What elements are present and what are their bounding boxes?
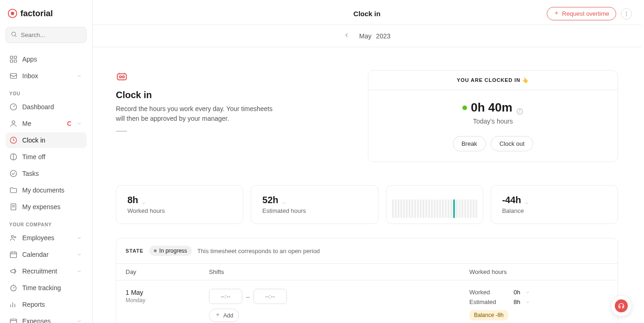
nav-label: Employees (22, 234, 72, 242)
chevron-down-icon (76, 235, 83, 241)
period-year: 2023 (376, 32, 391, 40)
more-button[interactable] (621, 8, 632, 19)
nav-tasks[interactable]: Tasks (6, 166, 87, 181)
row-date: 1 May (126, 289, 209, 296)
table-row: 1 May Monday – Add Worke (116, 280, 618, 323)
svg-line-3 (15, 36, 17, 37)
balance-badge: Balance -8h (469, 310, 508, 320)
info-icon[interactable] (516, 104, 524, 112)
nav-label: My expenses (22, 203, 83, 211)
search-input[interactable]: ⌘K (6, 27, 87, 43)
add-shift-button[interactable]: Add (209, 309, 239, 322)
logo-icon (7, 8, 18, 19)
check-icon (9, 169, 18, 178)
stat-estimated[interactable]: 52h Estimated hours (251, 185, 378, 224)
clock-hero-icon (116, 70, 128, 82)
stat-value: 8h (127, 195, 138, 205)
chevron-down-icon (281, 198, 287, 203)
umbrella-icon (9, 153, 18, 161)
calendar-icon (9, 250, 18, 259)
folder-icon (9, 186, 18, 194)
chevron-down-icon[interactable] (525, 290, 530, 295)
nav-label: Dashboard (22, 103, 83, 111)
nav-clock-in[interactable]: Clock in (6, 132, 87, 148)
headset-icon (615, 299, 628, 312)
svg-point-13 (10, 170, 17, 177)
stat-label: Worked hours (127, 207, 232, 214)
search-field[interactable] (21, 31, 93, 38)
nav-employees[interactable]: Employees (6, 230, 87, 246)
shift-end-input[interactable] (253, 289, 287, 304)
svg-rect-5 (14, 56, 17, 58)
user-icon (9, 119, 18, 128)
svg-rect-19 (10, 252, 17, 258)
plus-icon (554, 10, 559, 17)
chevron-down-icon (524, 198, 530, 203)
nav-me[interactable]: Me (6, 116, 87, 131)
card-icon (9, 317, 18, 323)
nav-time-off[interactable]: Time off (6, 149, 87, 165)
stat-value: -44h (502, 195, 521, 205)
nav-my-expenses[interactable]: My expenses (6, 199, 87, 215)
nav-label: My documents (22, 186, 83, 194)
main: Clock in Request overtime May 2023 Clock… (93, 3, 641, 323)
col-shifts: Shifts (209, 268, 469, 275)
chart-icon (9, 300, 18, 309)
svg-point-46 (519, 110, 520, 110)
nav-reports[interactable]: Reports (6, 297, 87, 312)
shift-start-input[interactable] (209, 289, 242, 304)
nav-label: Apps (22, 56, 83, 63)
nav-label: Tasks (22, 170, 83, 177)
chevron-down-icon[interactable] (525, 299, 530, 305)
svg-point-38 (626, 15, 627, 16)
page-title: Clock in (354, 10, 380, 18)
nav-time-tracking[interactable]: Time tracking (6, 280, 87, 296)
stat-balance[interactable]: -44h Balance (491, 185, 618, 224)
svg-point-36 (626, 12, 627, 12)
state-label: STATE (126, 248, 144, 254)
nav-recruitment[interactable]: Recruitment (6, 263, 87, 279)
chevron-down-icon (76, 318, 83, 323)
button-label: Request overtime (562, 10, 609, 17)
topbar: Clock in Request overtime (93, 3, 641, 25)
svg-point-18 (14, 236, 16, 238)
nav-my-documents[interactable]: My documents (6, 182, 87, 198)
chevron-down-icon (76, 73, 83, 79)
svg-point-41 (122, 76, 124, 78)
clock-out-button[interactable]: Clock out (491, 136, 533, 151)
dash: – (246, 293, 250, 300)
prev-month-button[interactable] (343, 32, 350, 40)
nav-expenses[interactable]: Expenses (6, 313, 87, 323)
period-month: May (359, 32, 371, 40)
nav-inbox[interactable]: Inbox (6, 68, 87, 84)
status-sub: Today's hours (379, 118, 607, 125)
svg-rect-7 (14, 60, 17, 62)
chevron-down-icon (76, 120, 83, 127)
nav-label: Inbox (22, 72, 72, 80)
receipt-icon (9, 203, 18, 211)
nav-label: Recruitment (22, 267, 72, 275)
help-button[interactable] (611, 295, 632, 317)
chevron-down-icon (141, 198, 146, 203)
logo[interactable]: factorial (6, 8, 87, 19)
break-button[interactable]: Break (453, 136, 486, 151)
stopwatch-icon (9, 284, 18, 292)
nav-apps[interactable]: Apps (6, 51, 87, 67)
stat-worked[interactable]: 8h Worked hours (116, 185, 243, 224)
svg-rect-6 (10, 60, 13, 62)
megaphone-icon (9, 267, 18, 275)
period-label: May 2023 (359, 32, 391, 40)
stat-chart (386, 185, 483, 224)
active-dot-icon (462, 106, 467, 110)
sidebar: factorial ⌘K Apps Inbox YOU Dashboard Me… (0, 0, 93, 323)
nav-label: Clock in (22, 137, 83, 144)
nav-calendar[interactable]: Calendar (6, 247, 87, 262)
loading-icon (67, 121, 72, 126)
stat-label: Estimated hours (262, 207, 366, 214)
request-overtime-button[interactable]: Request overtime (547, 7, 616, 20)
nav-label: Calendar (22, 251, 72, 258)
col-worked: Worked hours (469, 268, 608, 275)
nav-dashboard[interactable]: Dashboard (6, 99, 87, 115)
plus-icon (215, 312, 221, 319)
svg-rect-29 (10, 319, 17, 323)
